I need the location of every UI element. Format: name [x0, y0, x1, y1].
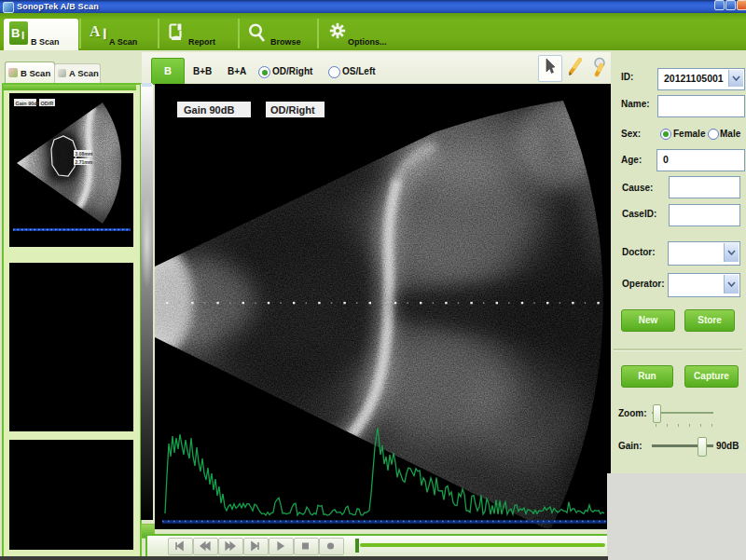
svg-text:OD/R: OD/R	[41, 101, 54, 106]
svg-text:3.08mm: 3.08mm	[76, 151, 93, 157]
svg-text:Gain 90dB: Gain 90dB	[184, 104, 234, 116]
svg-text:OD/Right: OD/Right	[270, 104, 315, 116]
svg-text:Gain 90dB: Gain 90dB	[16, 101, 41, 106]
svg-text:2.71mm: 2.71mm	[76, 159, 93, 165]
